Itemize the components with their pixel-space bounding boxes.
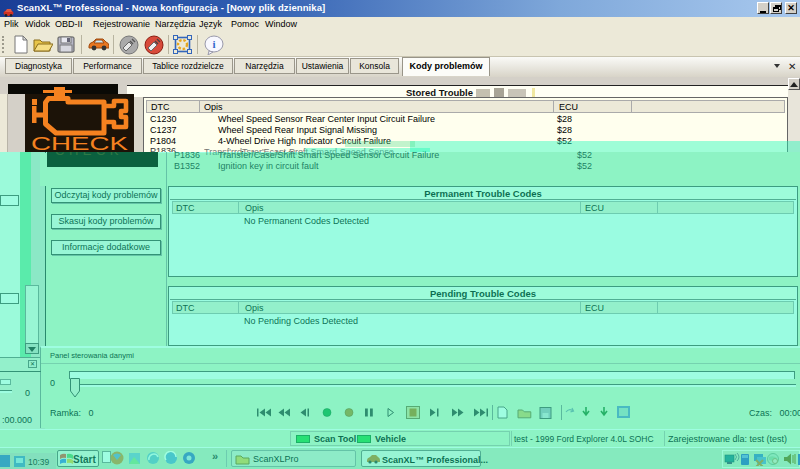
svg-text:CHECK: CHECK (31, 133, 128, 152)
svg-text:i: i (212, 38, 215, 50)
